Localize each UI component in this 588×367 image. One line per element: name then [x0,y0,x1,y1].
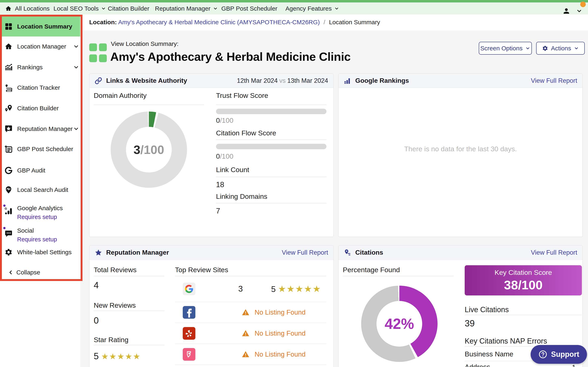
sidebar-item-location-manager[interactable]: Location Manager [2,42,80,50]
new-reviews-label: New Reviews [94,301,136,309]
card-title: Google Rankings [355,77,409,84]
nav-citation-builder[interactable]: Citation Builder [108,2,149,15]
nav-item-label: Reputation Manager [155,5,210,12]
card-header: Google Rankings View Full Report [338,74,582,88]
chevron-down-icon [73,64,79,70]
google-rankings-card: Google Rankings View Full Report There i… [338,73,583,237]
sidebar-item-label: Reputation Manager [17,125,73,132]
foursquare-icon [183,348,195,361]
rating-number: 5 [271,285,276,294]
link-count-value: 18 [216,180,224,189]
sidebar-collapse-label: Collapse [16,269,40,276]
warning: No Listing Found [242,309,305,316]
google-g-icon [4,166,13,175]
link-count-label: Link Count [216,166,249,174]
nap-row-business-name: Business Name [465,350,513,358]
user-avatar-icon[interactable] [562,7,571,15]
location-summary-squares-icon [89,43,107,62]
sidebar-item-location-summary[interactable]: Location Summary [2,17,80,36]
sidebar-item-label: Google Analytics [17,205,63,212]
max: /100 [220,117,233,124]
score-max: /100 [140,143,164,157]
row-divider [175,365,326,365]
sidebar-item-reputation-manager[interactable]: Reputation Manager [2,125,80,133]
divider [216,105,327,105]
help-circle-icon [538,350,547,359]
sidebar-item-label: GBP Audit [17,167,45,174]
warning-text: No Listing Found [255,329,305,337]
nav-all-locations[interactable]: All Locations [5,2,50,15]
view-full-report-link[interactable]: View Full Report [282,249,328,256]
chevron-down-icon [334,6,339,11]
review-site-row-facebook: No Listing Found [175,302,326,323]
sidebar-item-gbp-audit[interactable]: GBP Audit [2,166,80,175]
sidebar-item-label: GBP Post Scheduler [17,146,73,152]
warning-triangle-icon [242,309,249,316]
sidebar-item-social[interactable]: Social Requires setup [2,226,80,247]
sidebar-item-label: Location Summary [17,23,72,30]
linking-domains-value: 7 [216,207,220,215]
view-full-report-link[interactable]: View Full Report [531,249,577,256]
sidebar-item-google-analytics[interactable]: G Google Analytics Requires setup [2,203,80,225]
divider [216,140,327,140]
sidebar-item-local-search-audit[interactable]: Local Search Audit [2,186,80,194]
notification-dot [580,2,586,7]
warning: No Listing Found [242,350,305,358]
rating-stars: ★★★★★ [278,284,321,294]
live-citations-value: 39 [465,318,475,328]
star-rating-label: Star Rating [94,336,129,344]
nav-gbp-post-scheduler[interactable]: GBP Post Scheduler [221,2,277,15]
card-title: Links & Website Authority [106,77,187,84]
chevron-down-icon [525,46,530,51]
requires-setup-note: Requires setup [17,236,57,243]
nav-local-seo-tools[interactable]: Local SEO Tools [53,2,106,15]
date-to: 13th Mar 2024 [287,77,328,84]
sidebar-collapse-button[interactable]: Collapse [2,268,80,276]
sidebar-item-gbp-post-scheduler[interactable]: GBP Post Scheduler [2,145,80,153]
home-icon [4,42,13,50]
divider [216,177,327,177]
citation-flow-progressbar [216,144,327,149]
sidebar-item-citation-tracker[interactable]: Citation Tracker [2,83,80,92]
support-button[interactable]: Support [531,345,587,364]
warning-triangle-icon [242,351,249,358]
warning: No Listing Found [242,329,305,337]
requires-setup-note: Requires setup [17,214,57,220]
user-menu-chevron-icon[interactable] [576,8,582,14]
breadcrumb-current: Location Summary [329,19,380,25]
facebook-icon [183,306,195,319]
card-title: Reputation Manager [106,249,169,256]
warning-text: No Listing Found [255,309,305,316]
sidebar-item-white-label-settings[interactable]: White-label Settings [2,248,80,256]
nav-item-label: GBP Post Scheduler [221,5,277,12]
home-icon [5,5,12,12]
sidebar-item-label: Location Manager [17,43,66,50]
new-feature-dot [3,227,6,229]
review-site-row-yelp: No Listing Found [175,323,326,344]
page-eyebrow: View Location Summary: [111,40,178,47]
card-header: Citations View Full Report [338,245,582,260]
citation-tracker-icon [4,83,13,92]
nav-agency-features[interactable]: Agency Features [285,2,339,15]
sidebar-item-label: White-label Settings [17,249,72,256]
divider [94,105,204,105]
live-citations-label: Live Citations [465,305,509,314]
nav-item-label: Agency Features [285,5,332,12]
date-from: 12th Mar 2024 [237,77,278,84]
nap-row-address: Address [465,363,490,367]
screen-options-button[interactable]: Screen Options [479,42,532,55]
top-navbar: All Locations Local SEO Tools Citation B… [0,2,588,15]
view-full-report-link[interactable]: View Full Report [531,77,577,84]
rating-stars: ★★★★★ [101,352,141,361]
linking-domains-label: Linking Domains [216,192,267,200]
reputation-star-icon [4,125,13,133]
nav-item-label: All Locations [15,5,50,12]
domain-authority-score: 3/100 [126,127,172,173]
divider [94,311,164,311]
local-search-audit-icon [4,186,13,194]
breadcrumb-location-link[interactable]: Amy's Apothecary & Herbal Medicine Clini… [118,19,320,25]
sidebar-item-rankings[interactable]: Rankings [2,63,80,71]
sidebar-item-citation-builder[interactable]: Citation Builder [2,104,80,112]
nav-reputation-manager[interactable]: Reputation Manager [155,2,218,15]
actions-button[interactable]: Actions [536,42,585,55]
